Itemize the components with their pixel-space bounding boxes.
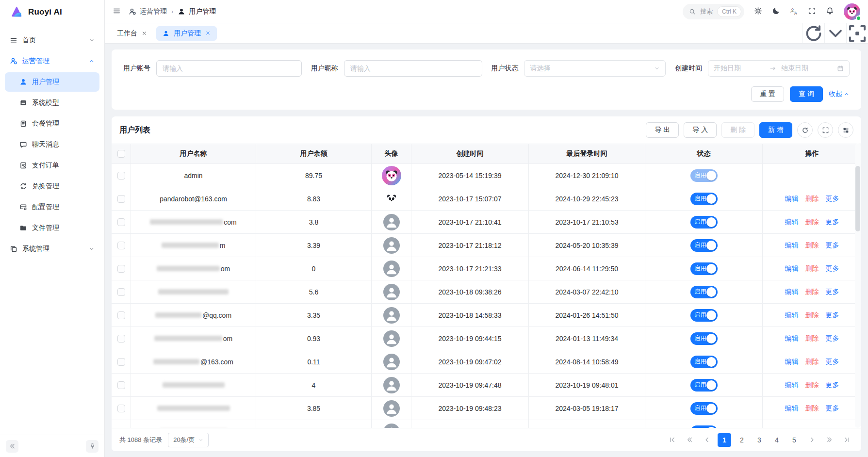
sidebar-item-packages[interactable]: 套餐管理 [5, 114, 99, 133]
delete-link[interactable]: 删除 [805, 358, 819, 366]
more-link[interactable]: 更多 [826, 311, 839, 320]
status-toggle[interactable]: 启用 [690, 425, 718, 428]
page-size-select[interactable]: 20条/页 [168, 433, 209, 447]
edit-link[interactable]: 编辑 [785, 311, 799, 320]
row-checkbox[interactable] [117, 288, 125, 296]
notifications-icon[interactable] [826, 7, 834, 16]
more-link[interactable]: 更多 [826, 404, 839, 413]
delete-link[interactable]: 删除 [805, 241, 819, 250]
edit-link[interactable]: 编辑 [785, 218, 799, 227]
settings-icon[interactable] [754, 7, 762, 16]
sidebar-item-system[interactable]: 系统管理 [5, 239, 99, 259]
status-toggle[interactable]: 启用 [690, 309, 718, 322]
export-button[interactable]: 导 出 [646, 122, 679, 138]
edit-link[interactable]: 编辑 [785, 241, 799, 250]
delete-link[interactable]: 删除 [805, 288, 819, 296]
delete-link[interactable]: 删除 [805, 334, 819, 343]
edit-link[interactable]: 编辑 [785, 381, 799, 390]
pager-page-5[interactable]: 5 [787, 433, 801, 447]
tab-workbench[interactable]: 工作台 [111, 26, 153, 41]
edit-link[interactable]: 编辑 [785, 195, 799, 203]
tab-refresh-button[interactable] [802, 23, 824, 43]
delete-button[interactable]: 删 除 [721, 122, 754, 138]
select-all-checkbox[interactable] [117, 150, 125, 158]
sidebar-collapse-button[interactable] [6, 440, 18, 453]
row-checkbox[interactable] [117, 335, 125, 343]
edit-link[interactable]: 编辑 [785, 358, 799, 366]
row-checkbox[interactable] [117, 195, 125, 203]
global-search[interactable]: 搜索 Ctrl K [683, 4, 744, 19]
status-toggle[interactable]: 启用 [690, 402, 718, 415]
add-button[interactable]: 新 增 [759, 122, 792, 138]
sidebar-item-operations[interactable]: 运营管理 [5, 51, 99, 71]
pager-next-jump[interactable] [822, 433, 836, 447]
date-range-picker[interactable]: 开始日期 结束日期 [708, 60, 850, 77]
tab-user-management[interactable]: 用户管理 [156, 26, 217, 41]
edit-link[interactable]: 编辑 [785, 288, 799, 296]
row-checkbox[interactable] [117, 405, 125, 412]
table-fullscreen-button[interactable] [818, 122, 833, 138]
sidebar-pin-button[interactable] [86, 440, 98, 453]
hamburger-menu-icon[interactable] [113, 7, 121, 16]
pager-page-3[interactable]: 3 [753, 433, 766, 447]
pager-prev[interactable] [700, 433, 714, 447]
sidebar-item-pay-orders[interactable]: 支付订单 [5, 156, 99, 175]
row-checkbox[interactable] [117, 218, 125, 226]
more-link[interactable]: 更多 [826, 195, 839, 203]
row-checkbox[interactable] [117, 172, 125, 180]
fullscreen-icon[interactable] [808, 7, 816, 16]
tab-menu-button[interactable] [824, 23, 846, 43]
sidebar-item-models[interactable]: 系统模型 [5, 93, 99, 113]
user-avatar-button[interactable] [844, 3, 860, 20]
delete-link[interactable]: 删除 [805, 218, 819, 227]
more-link[interactable]: 更多 [826, 358, 839, 366]
reset-button[interactable]: 重 置 [751, 86, 784, 102]
status-select[interactable]: 请选择 [524, 60, 666, 77]
more-link[interactable]: 更多 [826, 264, 839, 273]
pager-page-4[interactable]: 4 [770, 433, 784, 447]
status-toggle[interactable]: 启用 [690, 193, 718, 205]
row-checkbox[interactable] [117, 358, 125, 366]
sidebar-item-exchange[interactable]: 兑换管理 [5, 177, 99, 196]
tab-close-icon[interactable] [205, 31, 211, 36]
delete-link[interactable]: 删除 [805, 427, 819, 428]
row-checkbox[interactable] [117, 428, 125, 428]
delete-link[interactable]: 删除 [805, 404, 819, 413]
pager-next[interactable] [805, 433, 819, 447]
breadcrumb-item[interactable]: 运营管理 [129, 7, 167, 16]
column-settings-button[interactable] [838, 122, 853, 138]
tab-maximize-button[interactable] [846, 23, 868, 43]
more-link[interactable]: 更多 [826, 288, 839, 296]
nickname-input[interactable] [344, 60, 482, 77]
sidebar-item-files[interactable]: 文件管理 [5, 218, 99, 238]
collapse-filters-link[interactable]: 收起 [829, 90, 850, 98]
status-toggle[interactable]: 启用 [690, 169, 718, 182]
brand[interactable]: Ruoyi AI [0, 0, 104, 24]
edit-link[interactable]: 编辑 [785, 264, 799, 273]
delete-link[interactable]: 删除 [805, 264, 819, 273]
breadcrumb-item[interactable]: 用户管理 [178, 7, 216, 16]
table-scrollbar[interactable] [855, 144, 861, 428]
dark-mode-icon[interactable] [772, 7, 780, 16]
pager-page-2[interactable]: 2 [735, 433, 749, 447]
status-toggle[interactable]: 启用 [690, 286, 718, 298]
pager-page-1[interactable]: 1 [718, 433, 731, 447]
status-toggle[interactable]: 启用 [690, 332, 718, 345]
status-toggle[interactable]: 启用 [690, 356, 718, 368]
import-button[interactable]: 导 入 [684, 122, 717, 138]
pager-last[interactable] [840, 433, 853, 447]
sidebar-item-chat-messages[interactable]: 聊天消息 [5, 135, 99, 154]
edit-link[interactable]: 编辑 [785, 404, 799, 413]
more-link[interactable]: 更多 [826, 241, 839, 250]
row-checkbox[interactable] [117, 242, 125, 249]
language-icon[interactable]: 文A [790, 7, 798, 16]
more-link[interactable]: 更多 [826, 334, 839, 343]
pager-first[interactable] [665, 433, 679, 447]
tab-close-icon[interactable] [142, 31, 147, 36]
scrollbar-thumb[interactable] [855, 166, 860, 231]
row-checkbox[interactable] [117, 381, 125, 389]
delete-link[interactable]: 删除 [805, 311, 819, 320]
delete-link[interactable]: 删除 [805, 195, 819, 203]
delete-link[interactable]: 删除 [805, 381, 819, 390]
status-toggle[interactable]: 启用 [690, 262, 718, 275]
